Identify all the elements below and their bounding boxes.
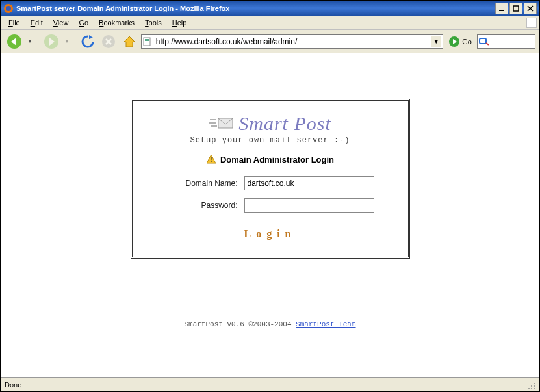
stop-button[interactable] xyxy=(99,33,118,51)
statusbar: Done xyxy=(1,377,539,391)
reload-button[interactable] xyxy=(79,33,97,51)
warning-icon: ! xyxy=(206,154,216,164)
svg-point-25 xyxy=(531,388,532,389)
status-text: Done xyxy=(5,381,525,389)
toolbar: ▼ ▼ ▼ Go xyxy=(1,30,539,53)
menu-edit[interactable]: Edit xyxy=(25,18,48,28)
back-button[interactable] xyxy=(5,32,24,51)
svg-rect-13 xyxy=(145,40,149,41)
page-content: Smart Post Setup your own mail server :-… xyxy=(1,53,539,377)
maximize-button[interactable] xyxy=(509,3,522,14)
mail-motion-icon xyxy=(209,116,235,131)
login-panel: Smart Post Setup your own mail server :-… xyxy=(131,99,410,259)
close-button[interactable] xyxy=(524,3,537,14)
svg-rect-12 xyxy=(145,39,149,40)
svg-point-26 xyxy=(534,388,535,389)
footer: SmartPost v0.6 ©2003-2004 SmartPost Team xyxy=(1,320,539,328)
page-icon xyxy=(143,37,152,46)
svg-rect-3 xyxy=(513,6,519,11)
logo: Smart Post xyxy=(152,112,389,135)
menubar: File Edit View Go Bookmarks Tools Help xyxy=(1,16,539,30)
password-label: Password: xyxy=(166,201,238,210)
search-engine-icon xyxy=(479,37,489,46)
domain-label: Domain Name: xyxy=(166,179,238,188)
password-input[interactable] xyxy=(244,198,374,213)
window-title: SmartPost server Domain Administrator Lo… xyxy=(16,5,495,12)
activity-throbber-icon xyxy=(526,18,537,28)
address-bar[interactable]: ▼ xyxy=(141,34,443,49)
forward-dropdown-icon[interactable]: ▼ xyxy=(64,38,70,44)
firefox-icon xyxy=(3,3,14,14)
menu-bookmarks[interactable]: Bookmarks xyxy=(94,18,140,28)
login-button[interactable]: Login xyxy=(244,228,296,240)
menu-help[interactable]: Help xyxy=(167,18,192,28)
domain-input[interactable] xyxy=(244,176,374,190)
svg-point-23 xyxy=(534,385,535,387)
minimize-button[interactable] xyxy=(495,3,508,14)
menu-go[interactable]: Go xyxy=(73,18,94,28)
titlebar: SmartPost server Domain Administrator Lo… xyxy=(1,1,539,16)
resize-grip-icon[interactable] xyxy=(525,380,535,390)
url-input[interactable] xyxy=(155,36,431,47)
svg-rect-2 xyxy=(499,10,504,11)
menu-view[interactable]: View xyxy=(48,18,74,28)
svg-point-24 xyxy=(528,388,530,389)
section-title: ! Domain Administrator Login xyxy=(152,154,389,164)
svg-point-1 xyxy=(6,6,11,11)
home-button[interactable] xyxy=(120,33,138,51)
back-dropdown-icon[interactable]: ▼ xyxy=(27,38,32,44)
svg-point-21 xyxy=(534,383,535,384)
go-button[interactable]: Go xyxy=(446,34,474,49)
logo-text: Smart Post xyxy=(238,112,331,135)
url-dropdown-icon[interactable]: ▼ xyxy=(431,36,441,47)
tagline: Setup your own mail server :-) xyxy=(152,136,389,145)
svg-rect-15 xyxy=(480,38,486,44)
search-box[interactable] xyxy=(477,34,535,49)
menu-file[interactable]: File xyxy=(3,18,25,28)
menu-tools[interactable]: Tools xyxy=(140,18,167,28)
forward-button[interactable] xyxy=(42,32,61,51)
svg-point-22 xyxy=(531,385,532,387)
footer-prefix: SmartPost v0.6 ©2003-2004 xyxy=(184,320,296,328)
footer-link[interactable]: SmartPost Team xyxy=(296,320,355,328)
svg-rect-11 xyxy=(144,38,150,46)
svg-text:!: ! xyxy=(210,156,212,163)
go-label: Go xyxy=(462,38,472,46)
section-title-text: Domain Administrator Login xyxy=(220,155,334,164)
